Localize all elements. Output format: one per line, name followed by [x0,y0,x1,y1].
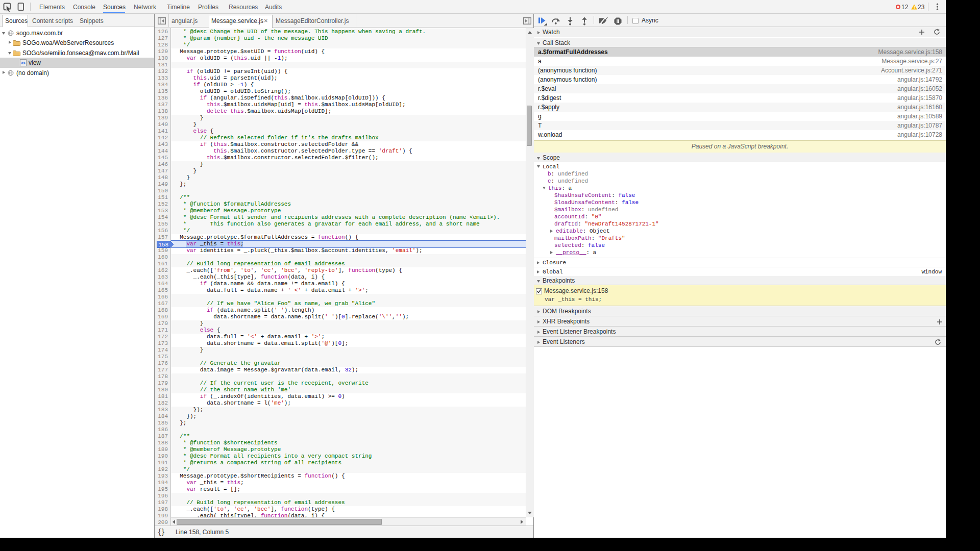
svg-text:158: 158 [158,242,168,248]
svg-text:<>: <> [21,61,26,65]
